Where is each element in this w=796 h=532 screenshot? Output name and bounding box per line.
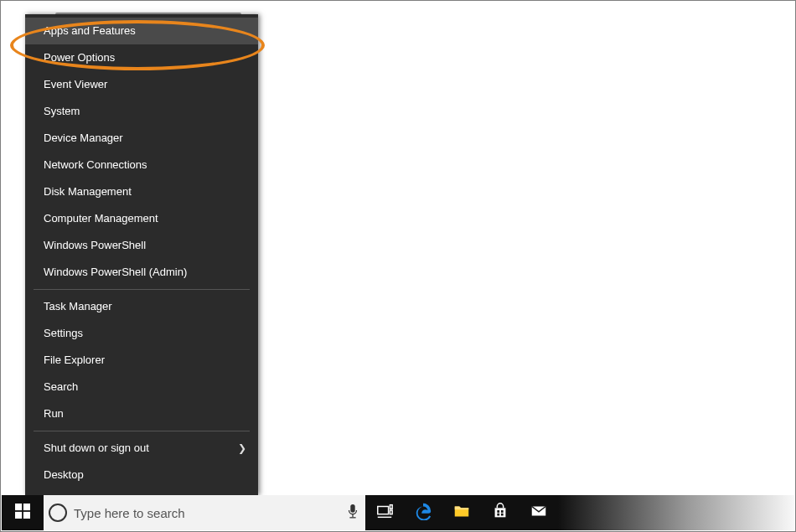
menu-item-apps-and-features[interactable]: Apps and Features: [25, 18, 258, 44]
menu-item-power-options[interactable]: Power Options: [25, 44, 258, 71]
taskbar-fade: [558, 495, 794, 530]
mail-icon: [530, 502, 548, 524]
svg-rect-1: [23, 504, 30, 510]
menu-item-run[interactable]: Run: [25, 400, 258, 427]
chevron-right-icon: ❯: [238, 435, 246, 462]
menu-item-label: File Explorer: [44, 354, 105, 366]
menu-item-label: Apps and Features: [44, 24, 136, 37]
task-view-icon: [375, 502, 394, 524]
svg-rect-2: [15, 512, 22, 519]
menu-item-label: Network Connections: [44, 158, 147, 171]
menu-item-label: Power Options: [44, 51, 115, 64]
microphone-icon[interactable]: [347, 504, 359, 522]
taskbar: Type here to search: [2, 495, 794, 530]
svg-rect-9: [390, 505, 392, 509]
menu-item-network-connections[interactable]: Network Connections: [25, 152, 258, 178]
menu-item-label: Event Viewer: [44, 78, 107, 90]
menu-item-label: Run: [44, 407, 64, 420]
menu-item-label: Disk Management: [44, 185, 132, 198]
menu-item-system[interactable]: System: [25, 98, 258, 125]
winx-menu: Apps and Features Power Options Event Vi…: [25, 14, 258, 495]
store-button[interactable]: [481, 495, 519, 530]
svg-rect-14: [501, 514, 504, 516]
svg-rect-6: [349, 517, 355, 518]
svg-rect-5: [352, 514, 353, 518]
task-view-button[interactable]: [365, 495, 404, 530]
store-icon: [491, 502, 509, 524]
start-button[interactable]: [2, 495, 44, 530]
svg-rect-10: [390, 510, 392, 514]
svg-rect-11: [497, 510, 499, 513]
menu-item-label: Windows PowerShell (Admin): [44, 266, 187, 278]
windows-logo-icon: [15, 504, 30, 522]
menu-top-shadow: [55, 13, 241, 16]
folder-icon: [452, 502, 471, 524]
menu-item-device-manager[interactable]: Device Manager: [25, 125, 258, 152]
menu-item-windows-powershell-admin[interactable]: Windows PowerShell (Admin): [25, 259, 258, 286]
svg-rect-0: [15, 504, 22, 510]
search-placeholder-text: Type here to search: [74, 506, 340, 520]
edge-button[interactable]: [404, 495, 442, 530]
menu-item-label: Device Manager: [44, 132, 123, 144]
svg-rect-4: [350, 504, 354, 513]
menu-separator: [34, 431, 250, 431]
menu-item-label: Task Manager: [44, 300, 112, 312]
menu-item-disk-management[interactable]: Disk Management: [25, 178, 258, 205]
menu-item-settings[interactable]: Settings: [25, 320, 258, 347]
menu-item-shut-down-or-sign-out[interactable]: Shut down or sign out ❯: [25, 435, 258, 462]
svg-rect-12: [501, 510, 504, 513]
menu-item-windows-powershell[interactable]: Windows PowerShell: [25, 232, 258, 259]
menu-item-task-manager[interactable]: Task Manager: [25, 293, 258, 320]
menu-item-event-viewer[interactable]: Event Viewer: [25, 71, 258, 98]
menu-item-computer-management[interactable]: Computer Management: [25, 205, 258, 232]
cortana-icon: [49, 504, 67, 522]
menu-item-label: Search: [44, 380, 78, 393]
mail-button[interactable]: [519, 495, 558, 530]
svg-rect-7: [378, 507, 389, 514]
menu-item-file-explorer[interactable]: File Explorer: [25, 347, 258, 374]
menu-item-label: System: [44, 105, 80, 117]
menu-separator: [34, 289, 250, 290]
menu-item-label: Settings: [44, 327, 83, 339]
menu-item-label: Windows PowerShell: [44, 239, 146, 251]
menu-item-search[interactable]: Search: [25, 374, 258, 400]
menu-item-label: Shut down or sign out: [44, 442, 149, 454]
file-explorer-button[interactable]: [442, 495, 481, 530]
menu-item-desktop[interactable]: Desktop: [25, 462, 258, 488]
menu-item-label: Desktop: [44, 468, 84, 481]
taskbar-pinned-apps: [365, 495, 558, 530]
edge-icon: [414, 502, 432, 524]
svg-rect-3: [23, 512, 30, 519]
menu-item-label: Computer Management: [44, 212, 158, 225]
taskbar-search-box[interactable]: Type here to search: [44, 495, 365, 530]
svg-rect-13: [497, 514, 499, 516]
